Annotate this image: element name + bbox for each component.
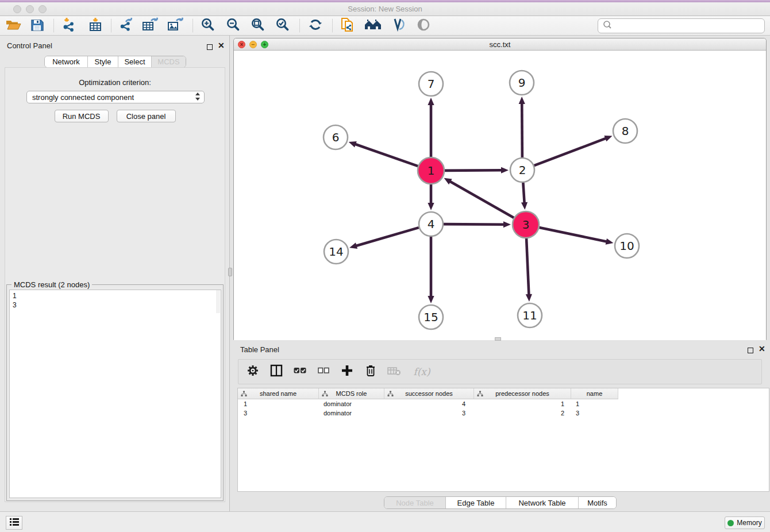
node-6[interactable]: 6 [324,125,348,149]
tab-edge-table[interactable]: Edge Table [445,497,506,508]
zoom-fit-button[interactable] [248,17,268,34]
run-mcds-button[interactable]: Run MCDS [55,110,109,122]
save-session-button[interactable] [28,17,47,34]
tab-network[interactable]: Network [45,56,87,67]
vertical-scrollbar-thumb[interactable] [228,268,232,276]
table-cell[interactable]: 3 [238,408,319,418]
export-table-button[interactable] [140,17,160,34]
zoom-out-button[interactable] [224,17,243,34]
network-from-selection-button[interactable] [338,17,357,34]
memory-button[interactable]: Memory [725,516,765,529]
node-9[interactable]: 9 [510,71,534,95]
table-cell[interactable]: 3 [571,408,618,418]
network-minimize-button[interactable]: − [249,41,257,48]
edge-1-2[interactable] [445,167,509,174]
edge-2-9[interactable] [519,97,525,157]
table-panel-float-icon[interactable] [748,345,753,356]
edge-4-15[interactable] [428,237,434,303]
table-cell[interactable]: 1 [474,399,571,408]
node-1[interactable]: 1 [418,157,444,184]
status-bar: Memory [0,511,770,532]
import-table-icon [88,17,103,34]
import-network-button[interactable] [59,17,79,34]
table-settings-button[interactable] [245,364,260,379]
edge-2-8[interactable] [534,136,613,165]
edge-4-14[interactable] [349,228,419,249]
refresh-button[interactable] [306,17,325,34]
network-window-titlebar[interactable]: × − + scc.txt [234,38,766,51]
tab-network-table[interactable]: Network Table [506,497,578,508]
edge-4-3[interactable] [444,221,511,228]
gear-icon [247,364,259,379]
search-input[interactable] [613,20,764,32]
graphics-details-button[interactable] [388,17,407,34]
control-panel-float-icon[interactable] [207,42,213,52]
edge-1-7[interactable] [428,98,434,157]
close-panel-button[interactable]: Close panel [117,110,176,122]
table-cell[interactable]: 3 [384,408,474,418]
network-canvas[interactable]: 7968124314101511 [234,51,766,340]
table-cell[interactable]: dominator [319,399,384,408]
show-columns-button[interactable] [269,364,284,379]
select-all-button[interactable] [292,364,307,379]
home-layout-button[interactable] [363,17,383,34]
export-network-button[interactable] [117,17,136,34]
table-cell[interactable]: 1 [238,399,319,408]
table-panel-close-icon[interactable]: ✕ [759,345,765,352]
column-header-shared-name[interactable]: shared name [238,388,319,399]
edge-3-1[interactable] [444,178,514,218]
node-4[interactable]: 4 [419,212,443,236]
node-8[interactable]: 8 [613,119,637,143]
node-label: 4 [428,217,435,231]
column-header-name[interactable]: name [571,388,618,399]
node-10[interactable]: 10 [615,234,639,258]
edge-1-6[interactable] [349,141,418,166]
network-maximize-button[interactable]: + [261,41,268,48]
function-builder-button-disabled[interactable]: f(x) [410,364,433,379]
edge-2-3[interactable] [521,183,528,210]
node-14[interactable]: 14 [324,240,348,264]
column-header-MCDS-role[interactable]: MCDS role [319,388,384,399]
control-panel-close-icon[interactable]: ✕ [218,42,225,49]
table-cell[interactable]: 2 [474,408,571,418]
venn-icon [390,17,406,34]
deselect-all-button[interactable] [316,364,331,379]
node-3[interactable]: 3 [513,211,539,238]
node-11[interactable]: 11 [518,303,542,327]
column-header-successor-nodes[interactable]: successor nodes [384,388,474,399]
table-row[interactable]: 3dominator323 [238,408,769,418]
column-header-predecessor-nodes[interactable]: predecessor nodes [474,388,571,399]
result-scrollbar[interactable] [216,290,220,313]
zoom-selected-button[interactable] [273,17,292,34]
criterion-dropdown[interactable]: strongly connected component [26,91,205,103]
export-image-button[interactable] [165,17,185,34]
tab-mcds[interactable]: MCDS [151,56,186,67]
tab-select[interactable]: Select [118,56,151,67]
edge-1-4[interactable] [428,184,434,210]
table-cell[interactable]: 1 [571,399,618,408]
tab-motifs[interactable]: Motifs [578,497,616,508]
open-session-button[interactable] [3,17,23,34]
tab-style[interactable]: Style [87,56,118,67]
network-close-button[interactable]: × [238,41,245,48]
delete-table-button-disabled[interactable] [387,364,402,379]
bird-view-button[interactable] [414,17,433,34]
node-15[interactable]: 15 [419,305,443,329]
import-table-button[interactable] [86,17,105,34]
node-2[interactable]: 2 [510,158,534,182]
mcds-result-text[interactable]: 1 3 [9,290,221,498]
task-history-button[interactable] [6,516,22,530]
table-cell[interactable]: 4 [384,399,474,408]
search-box[interactable] [598,18,765,33]
node-7[interactable]: 7 [419,72,443,96]
table-cell[interactable]: dominator [319,408,384,418]
edge-3-11[interactable] [526,238,532,302]
delete-column-button[interactable] [363,364,378,379]
create-column-button[interactable] [340,364,355,379]
horizontal-divider-handle[interactable] [495,337,501,341]
zoom-in-button[interactable] [198,17,218,34]
toolbar-separator [192,19,193,32]
table-row[interactable]: 1dominator411 [238,399,769,408]
tab-node-table[interactable]: Node Table [384,497,445,508]
edge-3-10[interactable] [539,228,613,245]
